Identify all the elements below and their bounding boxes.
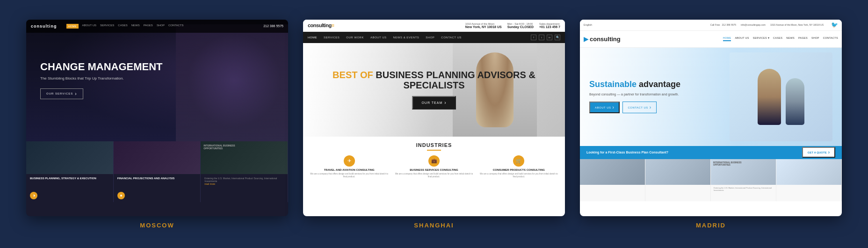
shanghai-hero-button[interactable]: OUR TEAM <box>412 96 456 109</box>
madrid-top-bar: English Call Free: 212 386 5575 info@con… <box>580 20 842 31</box>
shanghai-nav-home[interactable]: HOME <box>308 36 317 39</box>
moscow-card-2[interactable]: FINANCIAL PROJECTIONS AND ANALYSIS <box>114 141 201 202</box>
madrid-nav: ▶ consulting HOME ABOUT US SERVICES ▾ CA… <box>580 31 842 48</box>
madrid-twitter-icon[interactable]: 🐦 <box>831 22 838 28</box>
demo-shanghai: consulting≡ 1010 Avenue of the Moon New … <box>303 20 565 229</box>
madrid-contact-button[interactable]: CONTACT US <box>622 102 656 113</box>
moscow-card-1-image <box>26 141 113 174</box>
moscow-nav-links: HOME ABOUT US SERVICES CASES NEWS PAGES … <box>66 24 254 29</box>
moscow-nav-shop[interactable]: SHOP <box>157 24 165 29</box>
moscow-card-2-title: FINANCIAL PROJECTIONS AND ANALYSIS <box>117 177 197 181</box>
shanghai-nav-about[interactable]: ABOUT US <box>370 36 387 39</box>
madrid-bottom-card-2-content <box>645 185 710 189</box>
madrid-cta-button[interactable]: GET A QUOTE <box>802 147 835 158</box>
shanghai-contact-1-val: New York, NY 10018 US <box>465 25 502 29</box>
shanghai-industry-2[interactable]: 💼 Business Services Consulting We are a … <box>393 155 474 179</box>
shanghai-linkedin-icon[interactable]: in <box>547 35 552 40</box>
moscow-nav-home[interactable]: HOME <box>66 24 79 29</box>
shanghai-contact-3: Sales department: +01 123 456 7 <box>539 22 560 29</box>
shanghai-nav-services[interactable]: SERVICES <box>324 36 340 39</box>
moscow-card-1[interactable]: BUSINESS PLANNING, STRATEGY & EXECUTION <box>26 141 114 202</box>
shanghai-industry-1[interactable]: ✈ Travel and Aviation Consulting We are … <box>309 155 390 179</box>
moscow-nav: consulting HOME ABOUT US SERVICES CASES … <box>26 20 288 33</box>
madrid-bottom-card-2[interactable] <box>645 159 711 201</box>
shanghai-hero: BEST OF BUSINESS PLANNING ADVISORS & SPE… <box>303 43 565 137</box>
madrid-top-contact-info: Call Free: 212 386 5575 info@consultingw… <box>710 23 824 26</box>
shanghai-twitter-icon[interactable]: t <box>539 35 544 40</box>
madrid-bottom-card-4-content <box>776 185 841 189</box>
shanghai-contact-3-val: +01 123 456 7 <box>539 25 560 29</box>
shanghai-hero-title: BEST OF BUSINESS PLANNING ADVISORS & SPE… <box>312 70 556 90</box>
shanghai-nav-work[interactable]: OUR WORK <box>346 36 364 39</box>
moscow-card-2-image <box>114 141 201 174</box>
madrid-nav-contacts[interactable]: CONTACTS <box>823 36 838 41</box>
shanghai-nav-social: f t in 🔍 <box>531 35 560 40</box>
moscow-hero-subtitle: The Stumbling Blocks that Trip Up Transf… <box>40 76 274 80</box>
moscow-phone: 212 386 5575 <box>263 24 283 28</box>
demo-madrid: English Call Free: 212 386 5575 info@con… <box>580 20 842 229</box>
madrid-about-button[interactable]: ABOUT US <box>589 102 620 113</box>
madrid-nav-about[interactable]: ABOUT US <box>735 36 749 41</box>
shanghai-hero-title-text: BUSINESS PLANNING ADVISORS & SPECIALISTS <box>376 70 535 90</box>
madrid-bottom-card-3[interactable]: INTERNATIONAL BUSINESSOPPORTUNITIES Ente… <box>711 159 776 201</box>
shanghai-nav-news[interactable]: NEWS & EVENTS <box>393 36 419 39</box>
shanghai-industry-3-title: Consumer Products Consulting <box>478 168 559 171</box>
madrid-logo-group: ▶ consulting <box>584 35 621 43</box>
shanghai-logo-icon: ≡ <box>332 22 334 28</box>
madrid-bottom-card-3-img: INTERNATIONAL BUSINESSOPPORTUNITIES <box>711 159 776 185</box>
shanghai-search-icon[interactable]: 🔍 <box>555 35 560 40</box>
moscow-card-1-icon <box>30 192 37 199</box>
moscow-nav-cases[interactable]: CASES <box>118 24 127 29</box>
madrid-card-3-img-text: INTERNATIONAL BUSINESSOPPORTUNITIES <box>711 159 776 169</box>
shanghai-label: SHANGHAI <box>414 222 454 229</box>
shanghai-top-bar: consulting≡ 1010 Avenue of the Moon New … <box>303 20 565 32</box>
moscow-card-3-content: Entering the U.S. Market, International … <box>201 174 288 188</box>
shanghai-industries-title: INDUSTRIES <box>309 142 559 148</box>
shanghai-nav-shop[interactable]: SHOP <box>426 36 434 39</box>
moscow-nav-pages[interactable]: PAGES <box>144 24 153 29</box>
madrid-bottom-card-1-img <box>580 159 645 185</box>
madrid-nav-home[interactable]: HOME <box>723 36 731 41</box>
moscow-card-3[interactable]: INTERNATIONAL BUSINESSOPPORTUNITIES Ente… <box>201 141 288 202</box>
moscow-nav-services[interactable]: SERVICES <box>100 24 114 29</box>
madrid-email-item: info@consultingwp.com <box>741 23 766 26</box>
madrid-nav-news[interactable]: NEWS <box>786 36 795 41</box>
moscow-card-1-title: BUSINESS PLANNING, STRATEGY & EXECUTION <box>30 177 109 181</box>
madrid-hero-highlight: Sustainable <box>589 80 637 89</box>
moscow-hero-content: CHANGE MANAGEMENT The Stumbling Blocks t… <box>40 61 274 99</box>
shanghai-industry-3[interactable]: 🛒 Consumer Products Consulting We are a … <box>478 155 559 179</box>
madrid-bottom-card-1[interactable] <box>580 159 645 201</box>
madrid-nav-shop[interactable]: SHOP <box>811 36 819 41</box>
moscow-logo: consulting <box>31 24 57 29</box>
madrid-bottom-card-2-img <box>645 159 710 185</box>
madrid-logo-icon: ▶ <box>584 35 589 43</box>
moscow-nav-news[interactable]: NEWS <box>131 24 140 29</box>
shanghai-divider <box>427 150 441 151</box>
shanghai-contact-1: 1010 Avenue of the Moon New York, NY 100… <box>465 22 502 29</box>
madrid-cta-bar: Looking for a First-Class Business Plan … <box>580 146 842 159</box>
madrid-bottom-card-4[interactable] <box>776 159 842 201</box>
madrid-nav-cases[interactable]: CASES <box>773 36 782 41</box>
madrid-nav-services[interactable]: SERVICES ▾ <box>753 36 769 41</box>
shanghai-nav-contact[interactable]: CONTACT US <box>441 36 461 39</box>
shanghai-industries: INDUSTRIES ✈ Travel and Aviation Consult… <box>303 137 565 184</box>
madrid-nav-pages[interactable]: PAGES <box>798 36 808 41</box>
madrid-frame[interactable]: English Call Free: 212 386 5575 info@con… <box>580 20 842 216</box>
moscow-cards: BUSINESS PLANNING, STRATEGY & EXECUTION … <box>26 141 288 202</box>
moscow-card-2-content: FINANCIAL PROJECTIONS AND ANALYSIS <box>114 174 201 183</box>
shanghai-logo: consulting≡ <box>308 22 334 28</box>
moscow-frame[interactable]: consulting HOME ABOUT US SERVICES CASES … <box>26 20 288 216</box>
madrid-person-2 <box>786 78 804 125</box>
shanghai-industry-2-icon: 💼 <box>428 155 440 167</box>
moscow-nav-contacts[interactable]: CONTACTS <box>168 24 184 29</box>
madrid-lang: English <box>584 23 592 26</box>
moscow-hero-button[interactable]: OUR SERVICES <box>40 88 83 99</box>
shanghai-frame[interactable]: consulting≡ 1010 Avenue of the Moon New … <box>303 20 565 216</box>
madrid-cta-text: Looking for a First-Class Business Plan … <box>586 151 668 154</box>
moscow-card-3-link[interactable]: read more <box>204 182 284 185</box>
madrid-hero-buttons: ABOUT US CONTACT US <box>589 102 680 113</box>
madrid-label: MADRID <box>696 222 726 229</box>
moscow-nav-about[interactable]: ABOUT US <box>82 24 97 29</box>
shanghai-hero-highlight: BEST OF <box>333 70 373 80</box>
shanghai-facebook-icon[interactable]: f <box>531 35 536 40</box>
